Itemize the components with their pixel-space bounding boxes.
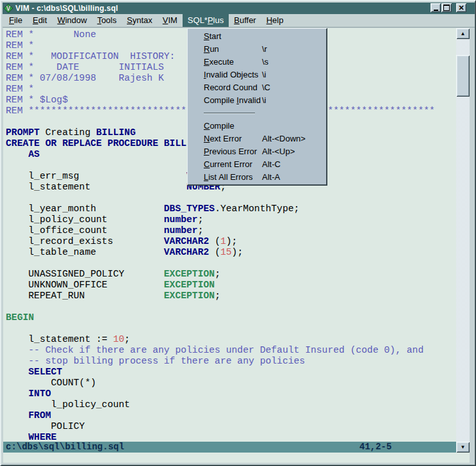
close-icon: ✕ [458, 4, 464, 12]
dropdown-item-shortcut: \C [262, 81, 270, 94]
code-line[interactable]: SELECT [6, 367, 456, 378]
code-line[interactable]: l_office_count number; [6, 225, 456, 236]
code-segment-com: REM * None [6, 29, 96, 40]
window-frame [470, 28, 475, 463]
code-segment-id: l_year_month [6, 204, 164, 214]
code-segment-kw: AS [6, 149, 40, 159]
code-line[interactable]: -- Check if there are any policies under… [6, 345, 456, 356]
dropdown-item-label: Compile [204, 121, 234, 131]
menu-item-help[interactable]: Help [261, 14, 289, 27]
title-bar[interactable]: VIM - c:\dbs\SQL\billing.sql [3, 3, 475, 14]
code-line[interactable]: l_table_name VARCHAR2 (15); [6, 247, 456, 258]
code-segment-com: REM * MODIFICATION HISTORY: [6, 51, 175, 61]
code-line[interactable] [6, 323, 456, 334]
code-line[interactable]: FROM [6, 410, 456, 421]
dropdown-item-label: Run [204, 44, 219, 54]
code-segment-kw: BILLING [96, 127, 136, 138]
dropdown-item-previous-error[interactable]: Previous ErrorAlt-<Up> [187, 145, 327, 158]
code-line[interactable]: l_record_exists VARCHAR2 (1); [6, 236, 456, 247]
code-segment-id: ; [198, 225, 204, 236]
menu-item-file[interactable]: File [4, 14, 28, 27]
menu-item-tools[interactable]: Tools [92, 14, 122, 27]
maximize-icon [443, 4, 450, 11]
scroll-down-button[interactable]: ▼ [456, 442, 470, 453]
status-bar: c:\dbs\sql\billing.sql 41,2-5 [3, 442, 456, 453]
code-line[interactable] [6, 258, 456, 269]
code-segment-com: REM * DATE INITIALS [6, 62, 164, 72]
dropdown-item-label: Compile Invalid [204, 95, 261, 105]
vertical-scrollbar[interactable]: ▲ ▼ [456, 28, 470, 453]
dropdown-item-execute[interactable]: Execute\s [187, 56, 327, 68]
menu-item-buffer[interactable]: Buffer [229, 14, 261, 27]
code-line[interactable]: POLICY [6, 421, 456, 432]
dropdown-item-label: Invalid Objects [204, 70, 258, 79]
dropdown-item-current-error[interactable]: Current ErrorAlt-C [187, 158, 327, 171]
minimize-button[interactable] [431, 3, 441, 12]
code-line[interactable]: l_year_month DBS_TYPES.YearMonthType; [6, 204, 456, 214]
code-line[interactable]: COUNT(*) [6, 378, 456, 389]
dropdown-item-list-all-errors[interactable]: List All ErrorsAlt-A [187, 171, 327, 184]
vim-window: VIM - c:\dbs\SQL\billing.sql ✕ FileEditW… [0, 0, 476, 466]
vim-app-icon[interactable] [4, 4, 13, 13]
code-segment-num: 15 [220, 247, 232, 257]
code-line[interactable]: -- stop billing process if there are any… [6, 356, 456, 367]
code-segment-num: 1 [220, 236, 226, 246]
code-segment-id: l_policy_count [6, 214, 164, 225]
dropdown-item-run[interactable]: Run\r [187, 43, 327, 56]
maximize-button[interactable] [441, 3, 452, 12]
command-line-area[interactable] [3, 453, 470, 463]
code-segment-kw: SELECT [6, 367, 62, 377]
code-segment-id: l_statement [6, 182, 186, 192]
code-segment-num: 10 [113, 334, 124, 344]
scroll-up-button[interactable]: ▲ [456, 28, 470, 39]
dropdown-item-shortcut: Alt-<Up> [262, 145, 295, 158]
code-segment-exc: EXCEPTION [164, 291, 215, 301]
dropdown-item-start[interactable]: Start [187, 30, 327, 43]
menu-item-sql-plus[interactable]: SQL*Plus [183, 14, 229, 27]
code-segment-kw: number [164, 225, 198, 236]
menu-item-vim[interactable]: VIM [158, 14, 183, 27]
code-segment-kw: PROMPT [6, 127, 40, 138]
code-segment-id: .YearMonthType; [215, 204, 299, 214]
code-segment-kw: VARCHAR2 [164, 247, 209, 257]
code-segment-com: REM * $Log$ [6, 95, 68, 105]
code-segment-kw: FROM [6, 410, 51, 421]
code-segment-exc: BEGIN [6, 312, 34, 323]
code-line[interactable]: WHERE [6, 432, 456, 442]
menu-item-syntax[interactable]: Syntax [122, 14, 158, 27]
dropdown-item-next-error[interactable]: Next ErrorAlt-<Down> [187, 133, 327, 145]
dropdown-item-record-cound[interactable]: Record Cound\C [187, 81, 327, 94]
code-line[interactable]: BEGIN [6, 312, 456, 323]
code-segment-id: l_office_count [6, 225, 164, 236]
code-line[interactable]: INTO [6, 389, 456, 399]
code-segment-exc: EXCEPTION [164, 269, 215, 279]
code-segment-id: ); [226, 236, 238, 246]
arrow-up-icon: ▲ [461, 31, 466, 36]
dropdown-item-compile[interactable]: Compile [187, 120, 327, 133]
dropdown-item-shortcut: Alt-<Down> [262, 133, 306, 145]
code-line[interactable]: l_statement := 10; [6, 334, 456, 345]
code-line[interactable]: l_policy_count [6, 399, 456, 410]
code-segment-com: REM * [6, 84, 34, 94]
minimize-icon [434, 10, 438, 11]
dropdown-item-invalid-objects[interactable]: Invalid Objects\i [187, 68, 327, 81]
code-line[interactable]: REPEAT_RUN EXCEPTION; [6, 291, 456, 301]
code-segment-com: -- stop billing process if there are any… [6, 356, 305, 366]
close-button[interactable]: ✕ [456, 3, 466, 12]
scrollbar-thumb[interactable] [456, 55, 470, 97]
dropdown-item-label: Execute [204, 57, 234, 67]
code-line[interactable] [6, 301, 456, 312]
code-segment-id: ; [215, 269, 220, 279]
menu-item-edit[interactable]: Edit [28, 14, 52, 27]
dropdown-item-label: Previous Error [204, 147, 257, 156]
code-segment-id: l_policy_count [6, 399, 130, 410]
code-segment-id: ; [198, 214, 204, 225]
dropdown-item-compile-invalid[interactable]: Compile Invalid\i [187, 94, 327, 107]
menu-item-window[interactable]: Window [52, 14, 92, 27]
code-line[interactable] [6, 193, 456, 204]
code-segment-com: -- Check if there are any policies under… [6, 345, 423, 355]
code-line[interactable]: UNASSIGNED_POLICY EXCEPTION; [6, 269, 456, 280]
code-line[interactable]: l_policy_count number; [6, 214, 456, 225]
code-line[interactable]: UNKNOWN_OFFICE EXCEPTION [6, 280, 456, 291]
dropdown-item-label: Current Error [204, 159, 252, 169]
